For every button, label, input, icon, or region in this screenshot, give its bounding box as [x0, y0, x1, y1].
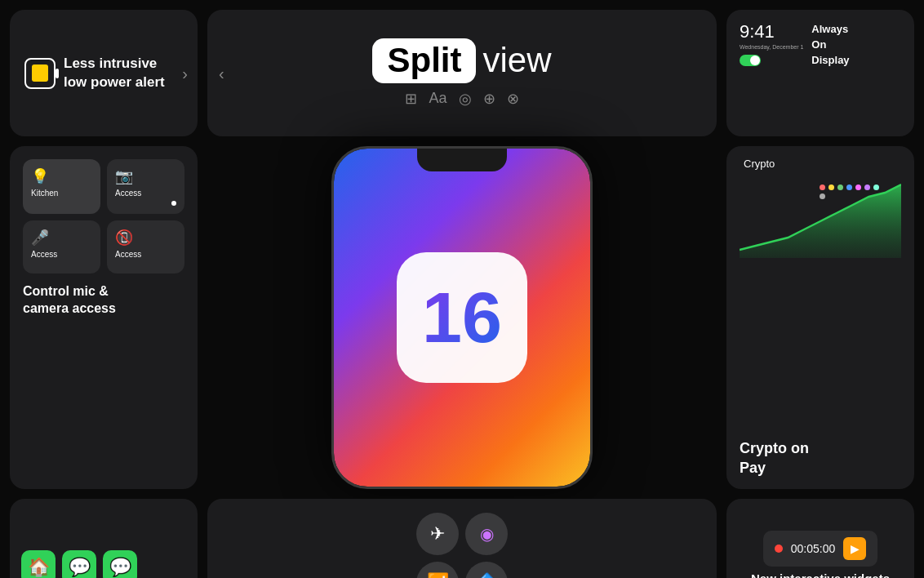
- timer-time: 00:05:00: [791, 542, 836, 555]
- interactive-widgets-label: New interactive widgets: [751, 571, 890, 578]
- mic-camera-label: Control mic &camera access: [23, 284, 116, 315]
- view-label: view: [482, 41, 551, 80]
- lock-screen-preview: 9:41 Wednesday, December 1: [740, 21, 803, 66]
- control-kitchen[interactable]: 💡 Kitchen: [23, 159, 100, 214]
- app-icon-messages2: 💬: [103, 550, 137, 578]
- always-on-label: AlwaysOnDisplay: [811, 23, 849, 66]
- split-pill-label: Split: [372, 38, 476, 82]
- wifi-button[interactable]: 📶: [416, 562, 459, 579]
- low-power-label: Less intrusive low power alert: [64, 55, 183, 91]
- timer-card: 00:05:00 ▶ New interactive widgets: [726, 499, 914, 578]
- crypto-title: Crypto: [744, 158, 775, 170]
- control-grid: 💡 Kitchen 📷 Access 🎤 Access 📵 Access: [23, 159, 184, 273]
- crypto-header: Crypto: [740, 158, 901, 170]
- chart-dot: [846, 185, 852, 190]
- circle-icon: ◎: [459, 90, 472, 108]
- timer-play-button[interactable]: ▶: [843, 537, 866, 560]
- dot-indicator: [171, 201, 176, 206]
- custom-icons-card: 🏠 💬 💬 Custom icons: [10, 499, 198, 578]
- phone-notch: [417, 149, 507, 171]
- chevron-left-icon: ‹: [219, 64, 224, 82]
- app-icon-messages: 💬: [62, 550, 96, 578]
- low-power-card: Less intrusive low power alert ›: [10, 10, 198, 136]
- chevron-right-icon: ›: [182, 64, 188, 82]
- timer-bar: 00:05:00 ▶: [763, 531, 878, 567]
- chart-dot: [828, 185, 834, 190]
- chart-dot: [820, 185, 825, 190]
- mic-camera-card: 💡 Kitchen 📷 Access 🎤 Access 📵 Access Con…: [10, 146, 198, 489]
- lock-time: 9:41: [740, 21, 803, 42]
- control-access-block[interactable]: 📵 Access: [107, 220, 184, 273]
- crypto-pay-label: Crypto on Pay: [740, 439, 809, 478]
- crypto-bottom: Crypto on Pay: [740, 439, 901, 478]
- connectivity-card: ✈ ◉ 📶 🔷: [207, 499, 717, 578]
- main-grid: Less intrusive low power alert › ‹ Split…: [0, 0, 924, 578]
- toggle-track[interactable]: [740, 55, 761, 66]
- toggle-thumb: [750, 56, 760, 65]
- chart-dot: [837, 185, 843, 190]
- phone-mockup: 16: [331, 146, 593, 489]
- crypto-card: Crypto: [726, 146, 914, 489]
- chart-dots: [820, 185, 885, 199]
- camera-icon: 📷: [115, 167, 133, 185]
- chart-dot: [855, 185, 861, 190]
- timer-status-dot: [775, 545, 783, 553]
- connectivity-grid: ✈ ◉ 📶 🔷: [416, 513, 508, 579]
- chart-dot: [873, 185, 879, 190]
- lock-date: Wednesday, December 1: [740, 44, 803, 50]
- app-icon-home: 🏠: [21, 550, 56, 578]
- airplane-button[interactable]: ✈: [416, 513, 459, 555]
- always-on-card: 9:41 Wednesday, December 1 AlwaysOnDispl…: [726, 10, 914, 136]
- lightbulb-icon: 💡: [31, 167, 49, 185]
- phone-screen: 16: [334, 149, 590, 487]
- mic-icon: 🎤: [31, 229, 49, 247]
- x-circle-icon: ⊗: [507, 90, 519, 108]
- ios-version-number: 16: [422, 282, 502, 353]
- ios-logo: 16: [397, 252, 527, 383]
- kitchen-label: Kitchen: [31, 189, 58, 198]
- access-label-3: Access: [115, 250, 141, 259]
- plus-circle-icon: ⊕: [483, 90, 495, 108]
- access-label-1: Access: [115, 189, 141, 198]
- battery-icon: [24, 58, 56, 89]
- split-view-card: ‹ Split view ⊞ Aa ◎ ⊕ ⊗: [207, 10, 717, 136]
- grid-icon: ⊞: [405, 90, 417, 108]
- phone-mockup-container: 16: [207, 146, 717, 489]
- split-view-title: Split view: [372, 38, 551, 82]
- text-icon: Aa: [429, 90, 446, 107]
- control-access-mic[interactable]: 🎤 Access: [23, 220, 100, 273]
- chart-dot: [820, 193, 825, 199]
- chart-area: [740, 176, 901, 261]
- app-icons-row: 🏠 💬 💬: [21, 550, 137, 578]
- toggle-row: [740, 55, 803, 66]
- podcast-button[interactable]: ◉: [465, 513, 508, 555]
- bluetooth-button[interactable]: 🔷: [465, 562, 508, 579]
- chart-dot: [864, 185, 870, 190]
- access-label-2: Access: [31, 250, 57, 259]
- always-on-text-container: AlwaysOnDisplay: [811, 21, 849, 68]
- split-view-icons: ⊞ Aa ◎ ⊕ ⊗: [405, 90, 518, 108]
- control-access-camera[interactable]: 📷 Access: [107, 159, 184, 214]
- block-icon: 📵: [115, 229, 133, 247]
